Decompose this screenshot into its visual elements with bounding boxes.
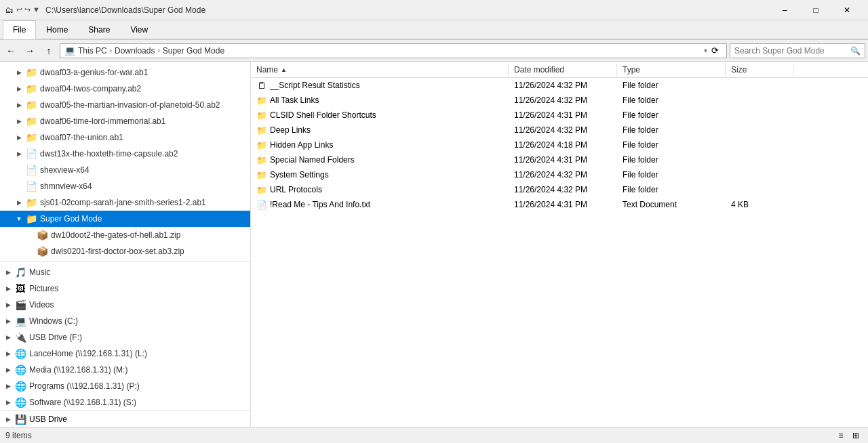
sidebar-item[interactable]: ▶📁dwoaf03-a-genius-for-war.ab1 — [0, 64, 250, 81]
back-button[interactable]: ← — [3, 43, 19, 59]
address-bar: ← → ↑ 💻 This PC › Downloads › Super God … — [0, 40, 868, 62]
large-icon-view-button[interactable]: ⊞ — [849, 429, 863, 442]
file-date-cell: 11/26/2024 4:32 PM — [509, 184, 617, 196]
file-size-cell — [726, 188, 793, 191]
table-row[interactable]: 📁Deep Links11/26/2024 4:32 PMFile folder — [251, 123, 868, 138]
tab-view[interactable]: View — [120, 20, 158, 39]
table-row[interactable]: 📁Hidden App Links11/26/2024 4:18 PMFile … — [251, 138, 868, 152]
file-name-cell: 📁System Settings — [251, 168, 509, 182]
expand-icon[interactable]: ▶ — [3, 381, 14, 392]
expand-icon[interactable]: ▶ — [14, 148, 24, 159]
folder-icon: 📄 — [24, 163, 38, 177]
sidebar-item[interactable]: ▶🎬Videos — [0, 297, 250, 313]
expand-icon[interactable]: ▶ — [14, 100, 24, 110]
table-row[interactable]: 📁URL Protocols11/26/2024 4:32 PMFile fol… — [251, 182, 868, 197]
expand-icon[interactable]: ▶ — [14, 116, 24, 127]
details-view-button[interactable]: ≡ — [834, 429, 848, 442]
sidebar-item[interactable]: ▶🎵Music — [0, 264, 250, 280]
expand-icon[interactable]: ▶ — [3, 414, 14, 425]
sidebar-item-label: dwoaf06-time-lord-immemorial.ab1 — [40, 117, 165, 126]
refresh-button[interactable]: ⟳ — [707, 43, 722, 58]
sidebar-item[interactable]: ▶🌐Programs (\\192.168.1.31) (P:) — [0, 378, 250, 394]
expand-icon[interactable]: ▶ — [14, 67, 24, 78]
sidebar-item[interactable]: ▶🌐Media (\\192.168.1.31) (M:) — [0, 362, 250, 378]
table-row[interactable]: 📁System Settings11/26/2024 4:32 PMFile f… — [251, 167, 868, 182]
folder-icon: 📁 — [24, 82, 38, 96]
close-button[interactable]: ✕ — [831, 0, 863, 20]
file-name-text: System Settings — [270, 170, 329, 180]
expand-icon[interactable]: ▶ — [3, 283, 14, 294]
folder-icon: 🎵 — [14, 266, 27, 279]
expand-icon[interactable]: ▼ — [14, 213, 24, 224]
sidebar-item-label: dwoaf04-twos-company.ab2 — [40, 84, 141, 93]
search-box[interactable]: 🔍 — [730, 43, 865, 58]
up-button[interactable]: ↑ — [41, 43, 57, 59]
sidebar-item[interactable]: ▶📁dwoaf07-the-union.ab1 — [0, 129, 250, 146]
sidebar-item[interactable]: ▶🔌USB Drive (F:) — [0, 329, 250, 345]
file-name-text: Hidden App Links — [270, 140, 333, 150]
table-row[interactable]: 📄!Read Me - Tips And Info.txt11/26/2024 … — [251, 197, 868, 212]
file-size-cell: 4 KB — [726, 198, 793, 211]
sidebar-item[interactable]: 📄shexview-x64 — [0, 162, 250, 178]
sidebar-item-label: Pictures — [29, 284, 58, 293]
col-header-name[interactable]: Name ▲ — [251, 64, 509, 76]
sidebar-item-label: dwoaf05-the-martian-invasion-of-planetoi… — [40, 100, 220, 110]
table-row[interactable]: 📁Special Named Folders11/26/2024 4:31 PM… — [251, 152, 868, 167]
maximize-button[interactable]: □ — [800, 0, 831, 20]
file-rows: 🗒__Script Result Statistics11/26/2024 4:… — [251, 78, 868, 212]
folder-icon: 📁 — [24, 114, 38, 128]
sidebar-item[interactable]: ▶📁dwoaf05-the-martian-invasion-of-planet… — [0, 97, 250, 113]
sidebar-item[interactable]: ▼📁Super God Mode — [0, 211, 250, 227]
address-this-pc[interactable]: This PC — [78, 46, 107, 56]
forward-button[interactable]: → — [22, 43, 38, 59]
file-name-cell: 📄!Read Me - Tips And Info.txt — [251, 198, 509, 211]
expand-icon[interactable]: ▶ — [3, 397, 14, 408]
search-input[interactable] — [734, 46, 850, 56]
file-type-cell: File folder — [617, 94, 726, 106]
minimize-button[interactable]: – — [769, 0, 800, 20]
file-name-cell: 📁Deep Links — [251, 123, 509, 137]
tab-file[interactable]: File — [3, 20, 36, 39]
sidebar-item[interactable]: ▶📁dwoaf06-time-lord-immemorial.ab1 — [0, 113, 250, 129]
search-icon: 🔍 — [850, 46, 861, 56]
sidebar-item[interactable]: ▶📁dwoaf04-twos-company.ab2 — [0, 81, 250, 97]
table-row[interactable]: 📁CLSID Shell Folder Shortcuts11/26/2024 … — [251, 108, 868, 123]
expand-icon[interactable]: ▶ — [3, 332, 14, 343]
sidebar-item[interactable]: 📦dw10doot2-the-gates-of-hell.ab1.zip — [0, 227, 250, 243]
folder-icon: 📁 — [24, 196, 38, 209]
expand-icon[interactable]: ▶ — [3, 299, 14, 310]
sidebar-item[interactable]: ▶🌐Software (\\192.168.1.31) (S:) — [0, 394, 250, 410]
file-name-text: URL Protocols — [270, 185, 322, 194]
expand-icon — [14, 165, 24, 175]
expand-icon[interactable]: ▶ — [3, 267, 14, 278]
col-header-date[interactable]: Date modified — [509, 64, 617, 76]
sidebar-item[interactable]: ▶🖼Pictures — [0, 280, 250, 297]
expand-icon[interactable]: ▶ — [14, 132, 24, 143]
expand-icon[interactable]: ▶ — [3, 348, 14, 359]
sidebar-item-label: dw10doot2-the-gates-of-hell.ab1.zip — [51, 230, 180, 240]
tab-home[interactable]: Home — [36, 20, 78, 39]
col-header-type[interactable]: Type — [617, 64, 726, 76]
expand-icon[interactable]: ▶ — [3, 364, 14, 375]
sidebar-usb-bottom[interactable]: ▶ 💾 USB Drive — [0, 411, 250, 427]
col-header-size[interactable]: Size — [726, 64, 793, 76]
sort-arrow-name: ▲ — [281, 66, 287, 73]
sidebar-item[interactable]: 📦dwls0201-first-doctor-box-set.ab3.zip — [0, 243, 250, 259]
expand-icon[interactable]: ▶ — [14, 83, 24, 94]
file-name-cell: 📁Hidden App Links — [251, 138, 509, 152]
file-name-text: Deep Links — [270, 125, 311, 135]
table-row[interactable]: 🗒__Script Result Statistics11/26/2024 4:… — [251, 78, 868, 93]
table-row[interactable]: 📁All Task Links11/26/2024 4:32 PMFile fo… — [251, 93, 868, 108]
sidebar-item[interactable]: 📄shmnview-x64 — [0, 178, 250, 194]
sidebar-item[interactable]: ▶🌐LanceHome (\\192.168.1.31) (L:) — [0, 345, 250, 362]
address-super-god-mode[interactable]: Super God Mode — [163, 46, 224, 56]
sidebar-item[interactable]: ▶💻Windows (C:) — [0, 313, 250, 329]
folder-icon: 💻 — [14, 314, 27, 328]
address-downloads[interactable]: Downloads — [115, 46, 155, 56]
address-input[interactable]: 💻 This PC › Downloads › Super God Mode ▾… — [60, 43, 727, 58]
tab-share[interactable]: Share — [78, 20, 120, 39]
sidebar-item[interactable]: ▶📄dwst13x-the-hoxteth-time-capsule.ab2 — [0, 146, 250, 162]
sidebar-item[interactable]: ▶📁sjs01-02comp-sarah-jane-smith-series1-… — [0, 194, 250, 211]
expand-icon[interactable]: ▶ — [3, 316, 14, 326]
expand-icon[interactable]: ▶ — [14, 197, 24, 208]
